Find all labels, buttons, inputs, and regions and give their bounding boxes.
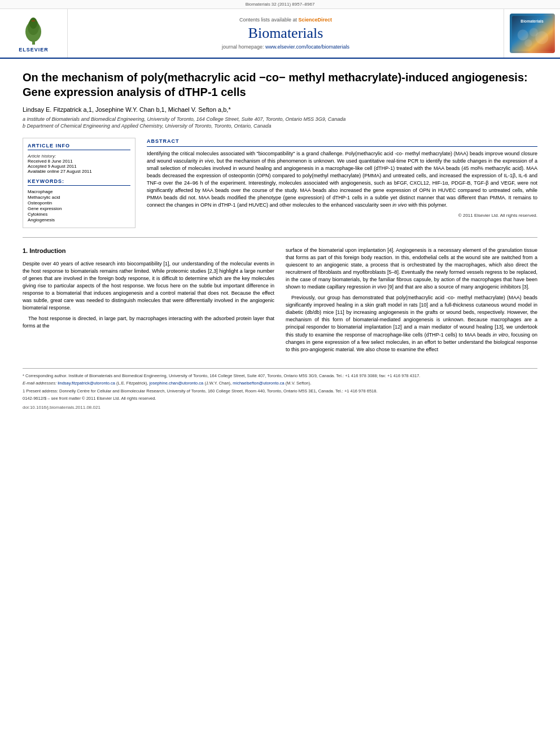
info-abstract-section: Article Info Article history: Received 8… xyxy=(23,138,537,228)
affiliation-b: b Department of Chemical Engineering and… xyxy=(23,123,537,129)
footnote1: 1 Present address: Donnelly Centre for C… xyxy=(23,388,537,395)
sciencedirect-line: Contents lists available at ScienceDirec… xyxy=(239,17,332,23)
article-title: On the mechanism of poly(methacrylic aci… xyxy=(23,70,537,99)
svg-point-9 xyxy=(535,31,548,44)
email1-name: (L.E. Fitzpatrick), xyxy=(116,381,148,386)
main-content: On the mechanism of poly(methacrylic aci… xyxy=(0,59,560,423)
abstract-text: Identifying the critical molecules assoc… xyxy=(147,150,537,209)
journal-header: ELSEVIER Contents lists available at Sci… xyxy=(0,9,560,59)
abstract-col: Abstract Identifying the critical molecu… xyxy=(147,138,537,228)
article-info-heading: Article Info xyxy=(28,143,130,150)
email3-name: (M.V. Sefton). xyxy=(286,381,312,386)
intro-heading: 1. Introduction xyxy=(23,247,274,256)
svg-rect-4 xyxy=(32,20,35,21)
affiliation-a: a Institute of Biomaterials and Biomedic… xyxy=(23,116,537,122)
journal-ref-bar: Biomaterials 32 (2011) 8957–8967 xyxy=(0,0,560,9)
intro-p1: Despite over 40 years of active research… xyxy=(23,260,274,312)
journal-cover-section: Biomaterials xyxy=(504,9,560,58)
keyword-6: Angiogenesis xyxy=(28,217,130,222)
email2-link[interactable]: josephine.chan@utoronto.ca xyxy=(150,381,204,386)
email2-name: (J.W.Y. Chan), xyxy=(204,381,231,386)
keywords-heading: Keywords: xyxy=(28,178,130,186)
phenomenon-word: phenomenon xyxy=(277,158,307,164)
abstract-heading: Abstract xyxy=(147,138,537,147)
journal-homepage: journal homepage: www.elsevier.com/locat… xyxy=(222,44,349,50)
healing-word: healing xyxy=(255,165,272,171)
body-p1: surface of the biomaterial upon implanta… xyxy=(286,247,537,291)
svg-point-7 xyxy=(517,29,528,40)
journal-header-center: Contents lists available at ScienceDirec… xyxy=(68,9,504,58)
elsevier-logo-section: ELSEVIER xyxy=(0,9,68,58)
keywords-list: Macrophage Methacrylic acid Osteopontin … xyxy=(28,189,130,222)
journal-cover-svg: Biomaterials xyxy=(512,15,553,52)
body-col-2: surface of the biomaterial upon implanta… xyxy=(286,247,537,357)
doi-line: doi:10.1016/j.biomaterials.2011.08.021 xyxy=(23,404,537,410)
keyword-4: Gene expression xyxy=(28,206,130,211)
keyword-5: Cytokines xyxy=(28,212,130,217)
history-label: Article history: xyxy=(28,154,130,159)
accepted-date: Accepted 9 August 2011 xyxy=(28,164,130,169)
journal-cover-image: Biomaterials xyxy=(510,14,555,53)
footer-notes: * Corresponding author. Institute of Bio… xyxy=(23,368,537,410)
copyright-line: © 2011 Elsevier Ltd. All rights reserved… xyxy=(147,212,537,219)
article-history: Article history: Received 8 June 2011 Ac… xyxy=(28,154,130,174)
elsevier-tree-icon xyxy=(18,15,49,46)
journal-ref-text: Biomaterials 32 (2011) 8957–8967 xyxy=(246,2,315,7)
available-date: Available online 27 August 2011 xyxy=(28,169,130,174)
elsevier-logo: ELSEVIER xyxy=(18,15,49,53)
journal-name: Biomaterials xyxy=(248,25,323,42)
issn-line: 0142-9612/$ – see front matter © 2011 El… xyxy=(23,396,537,402)
body-col-1: 1. Introduction Despite over 40 years of… xyxy=(23,247,274,357)
email-addresses: E-mail addresses: lindsay.fitzpatrick@ut… xyxy=(23,381,537,387)
section-divider xyxy=(23,237,537,238)
article-info-box: Article Info Article history: Received 8… xyxy=(23,138,135,228)
sciencedirect-link[interactable]: ScienceDirect xyxy=(299,17,333,23)
abstract-section: Abstract Identifying the critical molecu… xyxy=(147,138,537,219)
keyword-2: Methacrylic acid xyxy=(28,195,130,200)
keyword-1: Macrophage xyxy=(28,189,130,194)
authors-line: Lindsay E. Fitzpatrick a,1, Josephine W.… xyxy=(23,106,537,113)
email1-link[interactable]: lindsay.fitzpatrick@utoronto.ca xyxy=(58,381,115,386)
homepage-url[interactable]: www.elsevier.com/locate/biomaterials xyxy=(265,44,349,50)
svg-point-3 xyxy=(29,18,37,29)
authors-text: Lindsay E. Fitzpatrick a,1, Josephine W.… xyxy=(23,106,231,113)
received-date: Received 8 June 2011 xyxy=(28,159,130,164)
corresponding-note: * Corresponding author. Institute of Bio… xyxy=(23,373,537,379)
svg-text:Biomaterials: Biomaterials xyxy=(520,19,544,23)
elsevier-label: ELSEVIER xyxy=(19,47,49,53)
keywords-section: Keywords: Macrophage Methacrylic acid Os… xyxy=(28,178,130,222)
body-section: 1. Introduction Despite over 40 years of… xyxy=(23,247,537,357)
keyword-3: Osteopontin xyxy=(28,200,130,206)
affiliations: a Institute of Biomaterials and Biomedic… xyxy=(23,116,537,129)
svg-point-10 xyxy=(524,39,532,46)
body-p2: Previously, our group has demonstrated t… xyxy=(286,294,537,353)
intro-p2: The host response is directed, in large … xyxy=(23,315,274,330)
email3-link[interactable]: michaelsefton@utoronto.ca xyxy=(233,381,284,386)
article-info-col: Article Info Article history: Received 8… xyxy=(23,138,135,228)
